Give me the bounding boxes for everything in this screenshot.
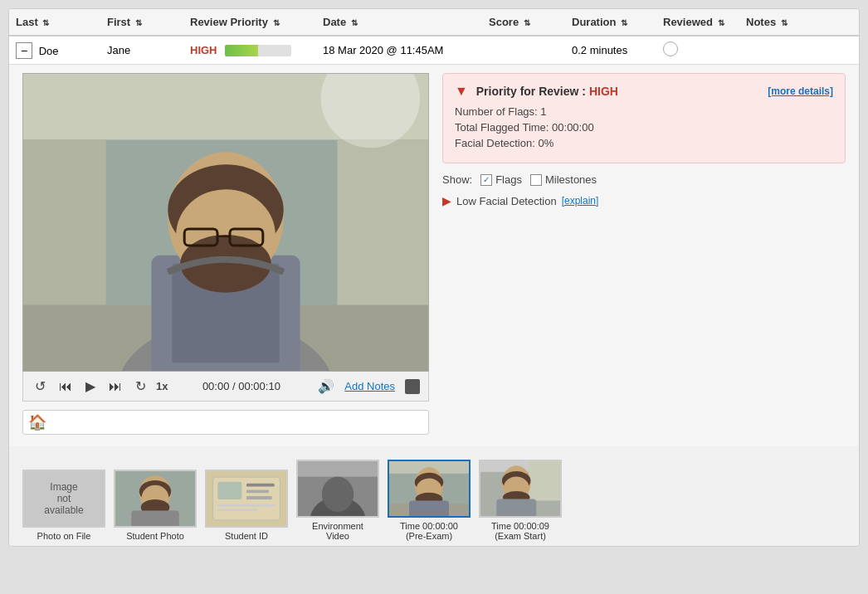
thumb-label-student-id: Student ID — [225, 531, 268, 541]
skip-forward-button[interactable]: ⏭ — [105, 377, 125, 396]
thumb-image-not-available: Imagenotavailable — [22, 470, 105, 528]
sort-icon-duration: ⇅ — [621, 18, 627, 27]
skip-back-button[interactable]: ⏮ — [56, 377, 76, 396]
milestones-checkbox[interactable] — [530, 174, 542, 186]
cell-last: − Doe — [9, 42, 100, 59]
main-container: Last ⇅ First ⇅ Review Priority ⇅ Date ⇅ … — [8, 8, 860, 547]
thumb-image-exam-start — [479, 460, 562, 518]
video-svg — [23, 73, 428, 372]
facial-detection: Facial Detection: 0% — [455, 137, 833, 149]
flags-checkbox[interactable] — [480, 174, 492, 186]
svg-rect-49 — [496, 499, 536, 518]
thumb-not-available[interactable]: Imagenotavailable Photo on File — [22, 470, 105, 541]
timeline-bar[interactable]: 🏠 — [22, 410, 429, 435]
svg-rect-27 — [246, 496, 272, 499]
video-area — [22, 73, 429, 372]
col-header-reviewed[interactable]: Reviewed ⇅ — [656, 16, 739, 28]
expand-button[interactable]: − — [16, 42, 32, 59]
sort-icon-reviewed: ⇅ — [718, 18, 724, 27]
svg-rect-29 — [217, 509, 257, 511]
add-notes-button[interactable]: Add Notes — [344, 380, 395, 392]
expanded-content: ↺ ⏮ ▶ ⏭ ↻ 1x 00:00 / 00:00:10 🔊 Add Note… — [9, 65, 859, 446]
sort-icon-last: ⇅ — [42, 18, 49, 27]
show-row: Show: Flags Milestones — [442, 173, 846, 186]
thumb-image-student-id — [205, 470, 288, 528]
svg-rect-44 — [529, 460, 560, 500]
pre-exam-svg — [389, 460, 469, 518]
sort-icon-priority: ⇅ — [273, 18, 280, 27]
student-id-svg — [207, 470, 286, 528]
thumb-label-not-available: Photo on File — [37, 531, 91, 541]
triangle-icon: ▼ — [455, 84, 468, 98]
volume-button[interactable]: 🔊 — [315, 377, 338, 396]
priority-title: ▼ Priority for Review : HIGH [more detai… — [455, 84, 833, 99]
thumb-label-exam-start: Time 00:00:09(Exam Start) — [491, 521, 549, 541]
flag-text: Low Facial Detection — [456, 195, 557, 207]
flags-count: Number of Flags: 1 — [455, 105, 833, 118]
show-label: Show: — [442, 173, 472, 186]
svg-rect-21 — [131, 510, 179, 528]
thumb-image-pre-exam — [388, 460, 471, 518]
sort-icon-score: ⇅ — [524, 18, 530, 27]
play-button[interactable]: ▶ — [82, 377, 99, 396]
priority-bar — [225, 45, 291, 56]
svg-rect-26 — [246, 489, 269, 493]
thumbnails-row: Imagenotavailable Photo on File Student … — [9, 455, 859, 546]
env-video-svg — [298, 460, 378, 518]
rewind-button[interactable]: ↺ — [32, 377, 49, 396]
flags-checkbox-label[interactable]: Flags — [480, 173, 522, 186]
video-controls: ↺ ⏮ ▶ ⏭ ↻ 1x 00:00 / 00:00:10 🔊 Add Note… — [22, 372, 429, 402]
thumb-label-environment-video: EnvironmentVideo — [312, 521, 363, 541]
priority-box: ▼ Priority for Review : HIGH [more detai… — [442, 73, 846, 163]
col-header-duration[interactable]: Duration ⇅ — [565, 16, 656, 28]
thumb-environment-video[interactable]: EnvironmentVideo — [296, 460, 379, 541]
flag-triangle-icon: ▶ — [442, 194, 451, 207]
milestones-checkbox-label[interactable]: Milestones — [530, 173, 597, 186]
col-header-last[interactable]: Last ⇅ — [9, 16, 100, 28]
thumb-label-student-photo: Student Photo — [126, 531, 184, 541]
table-header: Last ⇅ First ⇅ Review Priority ⇅ Date ⇅ … — [9, 9, 859, 37]
expanded-inner: ↺ ⏮ ▶ ⏭ ↻ 1x 00:00 / 00:00:10 🔊 Add Note… — [22, 73, 846, 435]
thumb-image-environment-video — [296, 460, 379, 518]
cell-reviewed — [656, 41, 739, 59]
reviewed-circle[interactable] — [663, 41, 678, 56]
priority-title-text: Priority for Review : — [476, 85, 586, 98]
cell-duration: 0.2 minutes — [565, 44, 656, 56]
info-panel: ▼ Priority for Review : HIGH [more detai… — [442, 73, 846, 435]
sort-icon-notes: ⇅ — [781, 18, 788, 27]
thumb-student-id[interactable]: Student ID — [205, 470, 288, 541]
col-header-notes[interactable]: Notes ⇅ — [739, 16, 806, 28]
priority-badge: HIGH — [190, 44, 217, 56]
timeline-house-icon: 🏠 — [28, 413, 46, 431]
flagged-time: Total Flagged Time: 00:00:00 — [455, 121, 833, 134]
thumb-exam-start[interactable]: Time 00:00:09(Exam Start) — [479, 460, 562, 541]
col-header-date[interactable]: Date ⇅ — [316, 16, 482, 28]
sort-icon-first: ⇅ — [135, 18, 142, 27]
col-header-score[interactable]: Score ⇅ — [482, 16, 565, 28]
cell-date: 18 Mar 2020 @ 11:45AM — [316, 44, 482, 56]
sort-icon-date: ⇅ — [351, 18, 358, 27]
speed-label: 1x — [156, 380, 168, 392]
time-display: 00:00 / 00:00:10 — [174, 380, 308, 392]
video-panel: ↺ ⏮ ▶ ⏭ ↻ 1x 00:00 / 00:00:10 🔊 Add Note… — [22, 73, 429, 435]
thumb-student-photo[interactable]: Student Photo — [114, 470, 197, 541]
table-row: − Doe Jane HIGH 18 Mar 2020 @ 11:45AM 0.… — [9, 37, 859, 65]
svg-rect-24 — [217, 482, 241, 499]
col-header-first[interactable]: First ⇅ — [100, 16, 183, 28]
flag-row: ▶ Low Facial Detection [explain] — [442, 194, 846, 207]
svg-rect-25 — [246, 484, 275, 487]
notes-icon — [405, 379, 420, 394]
exam-start-svg — [480, 460, 560, 518]
thumb-pre-exam[interactable]: Time 00:00:00(Pre-Exam) — [388, 460, 471, 541]
cell-priority: HIGH — [183, 44, 316, 57]
student-photo-svg — [115, 470, 195, 528]
more-details-link[interactable]: [more details] — [768, 85, 833, 97]
priority-high-label: HIGH — [589, 85, 618, 98]
cell-first: Jane — [100, 44, 183, 56]
svg-rect-28 — [217, 504, 275, 507]
thumb-image-student-photo — [114, 470, 197, 528]
loop-button[interactable]: ↻ — [132, 377, 149, 396]
col-header-priority[interactable]: Review Priority ⇅ — [183, 16, 316, 28]
explain-link[interactable]: [explain] — [562, 195, 599, 207]
svg-rect-31 — [298, 460, 378, 476]
